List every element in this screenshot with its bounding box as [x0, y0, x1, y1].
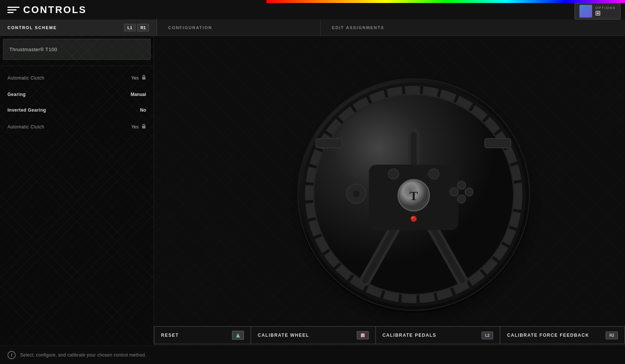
calibrate-force-feedback-key: R2 [606, 332, 618, 339]
info-status-text: Select, configure, and calibrate your ch… [20, 352, 146, 358]
svg-point-3 [143, 127, 145, 128]
svg-point-27 [412, 297, 415, 300]
status-bar: i Select, configure, and calibrate your … [0, 345, 625, 364]
svg-text:T: T [409, 189, 418, 203]
action-buttons-bar: Reset Calibrate Wheel Calibrate Pedals L… [154, 325, 625, 345]
calibrate-pedals-key: L2 [482, 332, 493, 339]
svg-point-17 [450, 188, 458, 196]
tab-bar: CONTROL SCHEME L1 R1 CONFIGURATION EDIT … [0, 19, 625, 36]
app-title: CONTROLS [23, 4, 87, 16]
svg-point-15 [457, 181, 465, 189]
config-key-inverted-gearing: Inverted Gearing [7, 108, 46, 113]
config-row-gearing[interactable]: Gearing Manual [0, 87, 154, 102]
options-text: OPTIONS ⊞ [595, 6, 616, 16]
svg-point-10 [388, 169, 399, 179]
svg-rect-31 [361, 333, 365, 337]
options-button[interactable]: OPTIONS ⊞ [575, 3, 621, 19]
tab-btn-r1[interactable]: R1 [137, 24, 149, 31]
config-value-automatic-clutch-2: Yes [131, 123, 146, 130]
tab-configuration-label: CONFIGURATION [168, 25, 212, 30]
config-key-gearing: Gearing [7, 92, 26, 97]
config-value-text-inverted-gearing: No [140, 108, 146, 113]
reset-label: Reset [161, 333, 179, 338]
rainbow-accent-bar [266, 0, 625, 3]
lock-icon-1 [142, 74, 146, 81]
svg-point-23 [411, 217, 414, 219]
calibrate-wheel-key [357, 331, 369, 339]
svg-marker-30 [236, 333, 240, 337]
logo-bar-1 [7, 7, 19, 8]
calibrate-pedals-button[interactable]: Calibrate Pedals L2 [376, 326, 501, 344]
svg-rect-24 [316, 139, 342, 148]
config-key-automatic-clutch-1: Automatic Clutch [7, 75, 44, 81]
calibrate-wheel-label: Calibrate Wheel [258, 333, 309, 338]
tab-btn-l1[interactable]: L1 [124, 24, 136, 31]
svg-point-28 [308, 193, 311, 196]
lock-icon-2 [142, 123, 146, 130]
svg-point-22 [411, 216, 417, 222]
tab-control-scheme[interactable]: CONTROL SCHEME L1 R1 [0, 19, 157, 35]
calibrate-force-feedback-label: Calibrate Force Feedback [507, 333, 589, 338]
svg-point-11 [428, 169, 439, 179]
tab-configuration[interactable]: CONFIGURATION [157, 19, 321, 35]
scheme-item-label: Thrustmaster® T100 [9, 47, 57, 52]
steering-wheel-image: T [283, 64, 537, 318]
config-value-automatic-clutch-1: Yes [131, 74, 146, 81]
tab-edit-assignments[interactable]: EDIT ASSIGNMENTS [321, 19, 625, 35]
reset-button[interactable]: Reset [154, 326, 251, 344]
svg-point-16 [465, 188, 473, 196]
config-row-automatic-clutch-1[interactable]: Automatic Clutch Yes [0, 69, 154, 87]
svg-rect-14 [354, 191, 358, 197]
app-logo: CONTROLS [0, 4, 94, 16]
config-value-text-gearing: Manual [131, 92, 146, 97]
svg-point-1 [143, 78, 145, 79]
svg-point-29 [516, 193, 519, 196]
config-value-text-2: Yes [131, 124, 139, 130]
tab-edit-assignments-label: EDIT ASSIGNMENTS [332, 25, 384, 30]
tab-control-scheme-buttons: L1 R1 [124, 24, 149, 31]
svg-point-26 [412, 88, 415, 91]
calibrate-pedals-label: Calibrate Pedals [383, 333, 436, 338]
scheme-selected-item[interactable]: Thrustmaster® T100 [3, 39, 151, 60]
logo-bar-3 [7, 12, 13, 13]
svg-rect-25 [485, 139, 511, 148]
config-value-text-1: Yes [131, 75, 139, 81]
logo-icon [7, 4, 19, 15]
main-content: Thrustmaster® T100 Automatic Clutch Yes [0, 36, 625, 345]
right-panel: T Reset [154, 36, 625, 345]
config-row-automatic-clutch-2[interactable]: Automatic Clutch Yes [0, 118, 154, 136]
config-key-automatic-clutch-2: Automatic Clutch [7, 124, 44, 130]
config-value-gearing: Manual [131, 92, 146, 97]
config-value-inverted-gearing: No [140, 108, 146, 113]
calibrate-force-feedback-button[interactable]: Calibrate Force Feedback R2 [500, 326, 625, 344]
tab-control-scheme-label: CONTROL SCHEME [7, 25, 57, 30]
config-row-inverted-gearing[interactable]: Inverted Gearing No [0, 102, 154, 118]
logo-bar-2 [7, 9, 16, 10]
info-icon: i [7, 351, 16, 359]
options-avatar [579, 5, 592, 18]
config-list: Automatic Clutch Yes Gearing M [0, 66, 154, 139]
svg-point-18 [457, 195, 465, 203]
left-panel: Thrustmaster® T100 Automatic Clutch Yes [0, 36, 154, 345]
options-icon: ⊞ [595, 10, 616, 16]
calibrate-wheel-button[interactable]: Calibrate Wheel [251, 326, 376, 344]
reset-key [232, 331, 244, 340]
